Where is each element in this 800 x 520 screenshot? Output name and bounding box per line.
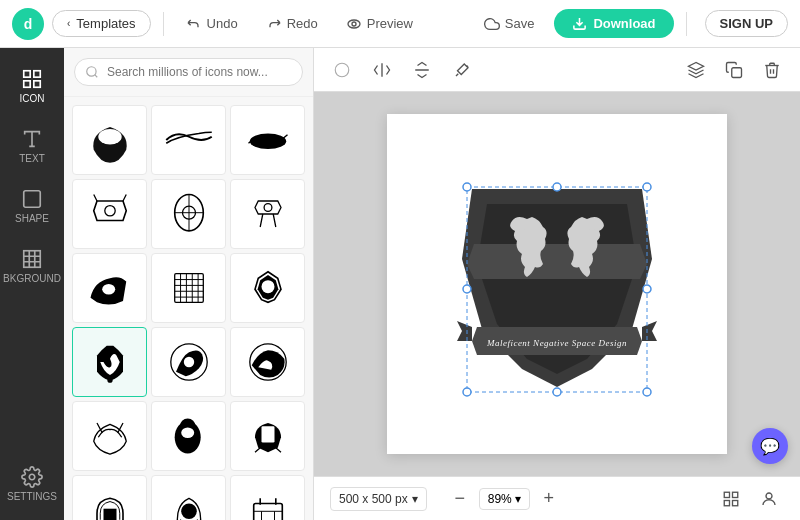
svg-point-50 (553, 388, 561, 396)
list-item[interactable] (72, 401, 147, 471)
zoom-value[interactable]: 89% ▾ (479, 488, 530, 510)
topbar: d ‹ Templates Undo Redo Preview Save Dow… (0, 0, 800, 48)
signup-button[interactable]: SIGN UP (705, 10, 788, 37)
magic-tool[interactable] (446, 54, 478, 86)
zoom-controls: − 89% ▾ + (447, 486, 562, 512)
size-selector[interactable]: 500 x 500 px ▾ (330, 487, 427, 511)
list-item[interactable] (72, 327, 147, 397)
svg-rect-39 (732, 67, 742, 77)
list-item[interactable] (230, 401, 305, 471)
svg-point-8 (29, 474, 35, 480)
background-nav-icon (21, 248, 43, 270)
icon-panel (64, 48, 314, 520)
canvas-toolbar (314, 48, 800, 92)
layers-tool[interactable] (680, 54, 712, 86)
list-item[interactable] (151, 475, 226, 520)
sidebar-item-background[interactable]: BKGROUND (0, 238, 64, 294)
svg-point-51 (643, 388, 651, 396)
duplicate-tool[interactable] (718, 54, 750, 86)
svg-point-26 (107, 378, 112, 383)
undo-icon (186, 16, 202, 32)
sidebar-item-shape[interactable]: SHAPE (0, 178, 64, 234)
user-button[interactable] (754, 484, 784, 514)
svg-point-15 (102, 284, 115, 294)
zoom-out-button[interactable]: − (447, 486, 473, 512)
svg-point-10 (249, 134, 285, 150)
list-item[interactable] (230, 179, 305, 249)
preview-button[interactable]: Preview (336, 11, 423, 37)
divider (163, 12, 164, 36)
chevron-down-icon: ▾ (412, 492, 418, 506)
list-item[interactable] (151, 401, 226, 471)
list-item[interactable] (151, 179, 226, 249)
delete-tool[interactable] (756, 54, 788, 86)
flip-horizontal-tool[interactable] (366, 54, 398, 86)
eye-icon (346, 16, 362, 32)
svg-point-49 (463, 388, 471, 396)
svg-rect-3 (34, 71, 40, 77)
settings-nav-icon (21, 466, 43, 488)
svg-point-1 (352, 22, 356, 26)
templates-button[interactable]: ‹ Templates (52, 10, 151, 37)
list-item[interactable] (151, 327, 226, 397)
svg-rect-34 (103, 509, 116, 520)
svg-point-38 (335, 63, 349, 77)
svg-point-46 (643, 183, 651, 191)
chevron-left-icon: ‹ (67, 18, 70, 29)
list-item[interactable] (151, 105, 226, 175)
grid-view-button[interactable] (716, 484, 746, 514)
sidenav: ICON TEXT SHAPE BKGROUND SETTINGS (0, 48, 64, 520)
list-item[interactable] (72, 105, 147, 175)
list-item[interactable] (230, 327, 305, 397)
flip-vertical-tool[interactable] (406, 54, 438, 86)
sidebar-item-icon[interactable]: ICON (0, 58, 64, 114)
search-input[interactable] (74, 58, 303, 86)
save-button[interactable]: Save (472, 11, 547, 37)
list-item[interactable] (151, 253, 226, 323)
sidebar-item-settings[interactable]: SETTINGS (0, 456, 64, 512)
svg-point-48 (643, 285, 651, 293)
svg-rect-5 (34, 81, 40, 87)
svg-rect-33 (261, 426, 274, 442)
svg-point-56 (766, 493, 772, 499)
list-item[interactable] (230, 105, 305, 175)
user-icon (760, 490, 778, 508)
circle-tool[interactable] (326, 54, 358, 86)
undo-button[interactable]: Undo (176, 11, 248, 37)
search-bar (64, 48, 313, 97)
svg-rect-54 (724, 500, 729, 505)
shape-nav-icon (21, 188, 43, 210)
svg-rect-53 (733, 492, 738, 497)
chat-button[interactable]: 💬 (752, 428, 788, 464)
icon-grid (64, 97, 313, 520)
list-item[interactable] (230, 475, 305, 520)
canvas-area: Maleficent Negative Space Design 💬 (314, 48, 800, 520)
list-item[interactable] (72, 253, 147, 323)
svg-point-41 (587, 220, 597, 230)
sidebar-item-text[interactable]: TEXT (0, 118, 64, 174)
svg-point-40 (517, 220, 527, 230)
download-icon (572, 16, 587, 31)
svg-point-25 (261, 280, 274, 293)
download-button[interactable]: Download (554, 9, 673, 38)
svg-point-45 (553, 183, 561, 191)
svg-point-35 (181, 504, 197, 520)
svg-rect-2 (24, 71, 30, 77)
canvas-white: Maleficent Negative Space Design (387, 114, 727, 454)
zoom-in-button[interactable]: + (536, 486, 562, 512)
svg-point-47 (463, 285, 471, 293)
text-nav-icon (21, 128, 43, 150)
list-item[interactable] (230, 253, 305, 323)
canvas-bottom: 500 x 500 px ▾ − 89% ▾ + (314, 476, 800, 520)
svg-point-11 (104, 206, 114, 216)
svg-point-14 (264, 204, 272, 212)
canvas-content[interactable]: Maleficent Negative Space Design 💬 (314, 92, 800, 476)
list-item[interactable] (72, 475, 147, 520)
grid-icon (722, 490, 740, 508)
svg-point-9 (98, 129, 121, 145)
svg-rect-55 (733, 500, 738, 505)
redo-button[interactable]: Redo (256, 11, 328, 37)
svg-point-28 (183, 357, 193, 367)
list-item[interactable] (72, 179, 147, 249)
crest-svg: Maleficent Negative Space Design (432, 159, 682, 409)
